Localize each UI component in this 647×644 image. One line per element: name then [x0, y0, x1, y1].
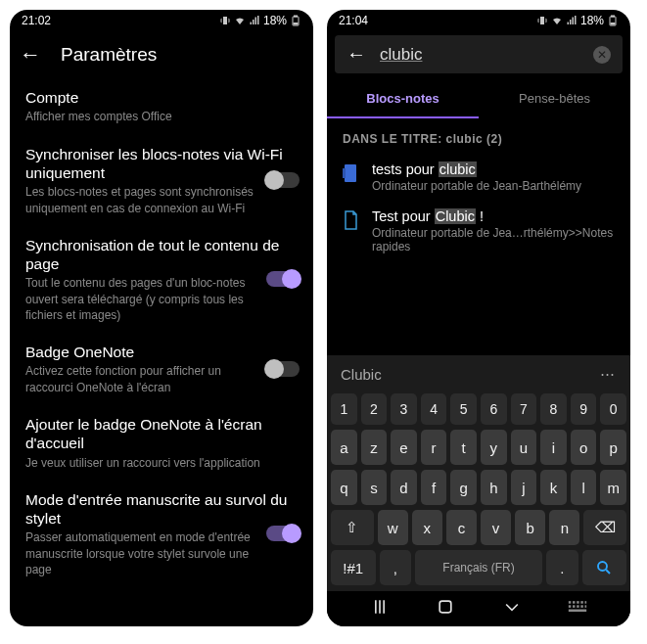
key-w[interactable]: w — [378, 510, 408, 545]
result-title: Test pour Clubic ! — [372, 208, 615, 224]
back-icon[interactable]: ← — [347, 43, 366, 66]
comma-key[interactable]: , — [380, 550, 412, 585]
key-h[interactable]: h — [481, 470, 507, 505]
toggle-switch[interactable] — [266, 271, 300, 287]
key-u[interactable]: u — [511, 430, 537, 465]
svg-rect-21 — [569, 610, 586, 613]
page-title: Paramètres — [61, 44, 157, 66]
key-c[interactable]: c — [446, 510, 477, 545]
back-icon[interactable]: ← — [20, 42, 41, 68]
key-4[interactable]: 4 — [421, 393, 447, 425]
vibrate-icon — [219, 15, 231, 26]
status-battery: 18% — [263, 14, 287, 27]
key-n[interactable]: n — [549, 510, 579, 545]
search-result[interactable]: tests pour clubic Ordinateur portable de… — [327, 154, 630, 201]
key-k[interactable]: k — [540, 470, 567, 505]
toggle-switch[interactable] — [266, 361, 300, 377]
tab-sticky[interactable]: Pense-bêtes — [479, 79, 630, 118]
tab-notebooks[interactable]: Blocs-notes — [327, 79, 479, 118]
battery-icon — [290, 15, 301, 26]
keyboard-icon[interactable] — [568, 600, 587, 618]
kbd-suggestion[interactable]: Clubic — [341, 366, 382, 383]
key-p[interactable]: p — [600, 430, 626, 465]
setting-title: Mode d'entrée manuscrite au survol du st… — [25, 490, 298, 529]
key-r[interactable]: r — [421, 430, 447, 465]
setting-row[interactable]: Mode d'entrée manuscrite au survol du st… — [25, 481, 298, 587]
setting-sub: Passer automatiquement en mode d'entrée … — [25, 529, 265, 577]
backspace-key[interactable]: ⌫ — [583, 510, 626, 545]
section-icon — [343, 163, 358, 183]
symbols-key[interactable]: !#1 — [331, 550, 376, 585]
key-j[interactable]: j — [511, 470, 537, 505]
key-d[interactable]: d — [391, 470, 417, 505]
setting-row[interactable]: Aide et support Obtenir de l'aide sur l'… — [25, 587, 298, 591]
key-b[interactable]: b — [515, 510, 545, 545]
tabs: Blocs-notes Pense-bêtes — [327, 79, 630, 118]
key-y[interactable]: y — [481, 430, 507, 465]
key-l[interactable]: l — [571, 470, 597, 505]
search-input[interactable]: clubic — [380, 45, 579, 65]
search-bar[interactable]: ← clubic ✕ — [335, 35, 623, 73]
svg-rect-15 — [585, 601, 587, 604]
search-key[interactable] — [582, 550, 627, 585]
key-q[interactable]: q — [331, 470, 357, 505]
collapse-button[interactable] — [502, 597, 522, 621]
phone-search: 21:04 18% ← clubic ✕ Blocs-notes Pense-b… — [327, 10, 630, 626]
setting-title: Synchroniser les blocs-notes via Wi-Fi u… — [25, 145, 298, 183]
svg-rect-20 — [585, 605, 587, 608]
key-9[interactable]: 9 — [571, 393, 597, 425]
kbd-row-num: 1234567890 — [331, 393, 626, 425]
key-f[interactable]: f — [421, 470, 447, 505]
key-v[interactable]: v — [481, 510, 511, 545]
setting-row[interactable]: Synchroniser les blocs-notes via Wi-Fi u… — [25, 135, 298, 226]
status-bar: 21:04 18% — [327, 10, 630, 31]
key-6[interactable]: 6 — [481, 393, 507, 425]
keyboard[interactable]: Clubic ⋯ 1234567890 azertyuiop qsdfghjkl… — [327, 355, 630, 591]
setting-row[interactable]: Compte Afficher mes comptes Office — [25, 78, 298, 135]
key-7[interactable]: 7 — [511, 393, 537, 425]
key-3[interactable]: 3 — [391, 393, 417, 425]
setting-row[interactable]: Synchronisation de tout le contenu de pa… — [25, 226, 298, 333]
shift-key[interactable]: ⇧ — [331, 510, 374, 545]
key-z[interactable]: z — [361, 430, 388, 465]
kbd-row-a: azertyuiop — [331, 430, 626, 465]
dot-key[interactable]: . — [546, 550, 578, 585]
recents-button[interactable] — [370, 597, 390, 621]
settings-list[interactable]: Compte Afficher mes comptes Office Synch… — [10, 78, 313, 591]
key-s[interactable]: s — [361, 470, 388, 505]
key-a[interactable]: a — [331, 430, 357, 465]
status-time: 21:02 — [22, 14, 51, 27]
setting-row[interactable]: Badge OneNote Activez cette fonction pou… — [25, 333, 298, 405]
key-2[interactable]: 2 — [361, 393, 388, 425]
signal-icon — [249, 15, 260, 26]
key-t[interactable]: t — [450, 430, 477, 465]
setting-row[interactable]: Ajouter le badge OneNote à l'écran d'acc… — [25, 405, 298, 481]
key-x[interactable]: x — [412, 510, 442, 545]
svg-rect-10 — [439, 601, 451, 613]
key-i[interactable]: i — [540, 430, 567, 465]
key-0[interactable]: 0 — [600, 393, 626, 425]
setting-sub: Les blocs-notes et pages sont synchronis… — [25, 184, 265, 215]
toggle-switch[interactable] — [266, 526, 300, 541]
nav-bar — [10, 591, 313, 626]
clear-icon[interactable]: ✕ — [593, 46, 611, 64]
key-g[interactable]: g — [450, 470, 477, 505]
home-button[interactable] — [436, 597, 455, 621]
key-m[interactable]: m — [600, 470, 626, 505]
key-o[interactable]: o — [571, 430, 597, 465]
kbd-more-icon[interactable]: ⋯ — [600, 365, 617, 383]
key-8[interactable]: 8 — [540, 393, 567, 425]
wifi-icon — [551, 15, 563, 26]
kbd-row-bottom: !#1 , Français (FR) . — [331, 550, 626, 585]
status-right: 18% — [536, 14, 619, 27]
status-time: 21:04 — [339, 14, 368, 27]
key-5[interactable]: 5 — [450, 393, 477, 425]
setting-sub: Tout le contenu des pages d'un bloc-note… — [25, 275, 265, 323]
toggle-switch[interactable] — [266, 172, 300, 188]
space-key[interactable]: Français (FR) — [415, 550, 542, 585]
setting-sub: Activez cette fonction pour afficher un … — [25, 363, 265, 394]
search-result[interactable]: Test pour Clubic ! Ordinateur portable d… — [327, 201, 630, 261]
key-e[interactable]: e — [391, 430, 417, 465]
key-1[interactable]: 1 — [331, 393, 357, 425]
svg-point-9 — [598, 562, 607, 571]
